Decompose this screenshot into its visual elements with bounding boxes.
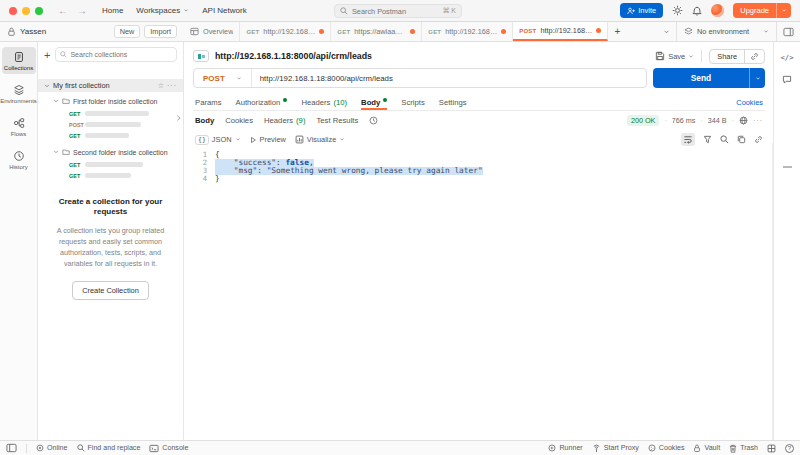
response-tab-body[interactable]: Body	[195, 116, 214, 125]
collection-row[interactable]: My first collection ☆ ···	[38, 79, 183, 92]
back-button[interactable]: ←	[58, 6, 68, 16]
tab-request-active[interactable]: POST http://192.168.1.18:800	[513, 22, 608, 41]
request-row[interactable]: POST	[38, 120, 183, 129]
tab-body[interactable]: Body	[361, 95, 387, 110]
user-avatar[interactable]	[711, 4, 724, 17]
two-pane-view-button[interactable]	[767, 444, 776, 453]
sidebar-item-history[interactable]: History	[2, 146, 36, 173]
tab-overflow-button[interactable]	[657, 22, 676, 41]
tab-request-2[interactable]: GET https://awlaadeczyassi	[331, 22, 422, 41]
forward-button[interactable]: →	[77, 6, 87, 16]
console-button[interactable]: Console	[149, 444, 188, 453]
minimize-window-button[interactable]	[22, 7, 30, 15]
tab-overview[interactable]: Overview	[184, 22, 240, 41]
folder-row[interactable]: First folder inside collection	[38, 95, 183, 107]
home-link[interactable]: Home	[102, 6, 123, 15]
more-options-icon[interactable]: ···	[753, 117, 763, 124]
sidebar-item-flows[interactable]: Flows	[2, 113, 36, 140]
tab-authorization[interactable]: Authorization	[236, 95, 288, 110]
online-status[interactable]: Online	[36, 444, 68, 452]
toggle-sidebar-button[interactable]	[6, 443, 17, 453]
tab-scripts[interactable]: Scripts	[401, 95, 425, 110]
request-row[interactable]: GET	[38, 171, 183, 180]
sidebar-item-collections[interactable]: Collections	[2, 47, 36, 74]
search-collections-input[interactable]	[70, 51, 172, 58]
cookies-link[interactable]: Cookies	[736, 98, 763, 107]
new-tab-button[interactable]: +	[608, 22, 626, 41]
new-button[interactable]: New	[114, 25, 141, 38]
close-window-button[interactable]	[9, 7, 17, 15]
tab-params[interactable]: Params	[195, 95, 222, 110]
request-row[interactable]: GET	[38, 131, 183, 140]
response-tab-cookies[interactable]: Cookies	[225, 116, 253, 125]
chevron-down-icon[interactable]	[53, 98, 59, 104]
workspaces-menu[interactable]: Workspaces	[136, 6, 189, 15]
copy-link-button[interactable]	[744, 50, 764, 63]
scroll-indicator[interactable]	[783, 166, 792, 168]
share-button[interactable]: Share	[710, 52, 744, 61]
gear-icon[interactable]	[672, 5, 683, 16]
comments-icon[interactable]	[782, 75, 792, 84]
tab-request-3[interactable]: GET http://192.168.1.14:8000	[422, 22, 513, 41]
visualize-button[interactable]: Visualize	[295, 135, 345, 144]
bell-icon[interactable]	[692, 5, 702, 16]
save-button[interactable]: Save	[655, 51, 694, 61]
find-and-replace-button[interactable]: Find and replace	[77, 444, 141, 452]
help-icon[interactable]: ?	[785, 444, 794, 453]
vault-button[interactable]: Vault	[693, 444, 720, 453]
upgrade-button[interactable]: Upgrade	[733, 3, 791, 18]
response-size[interactable]: 344 B	[708, 116, 727, 125]
response-time[interactable]: 766 ms	[672, 116, 696, 125]
response-tab-test-results[interactable]: Test Results	[316, 116, 358, 125]
upgrade-menu-button[interactable]	[776, 3, 791, 18]
send-button[interactable]: Send	[653, 68, 765, 88]
trash-button[interactable]: Trash	[729, 444, 758, 453]
invite-button[interactable]: Invite	[620, 3, 663, 18]
add-collection-button[interactable]: +	[44, 50, 50, 60]
star-icon[interactable]: ☆	[158, 82, 164, 90]
share-response-link-icon[interactable]	[754, 135, 763, 144]
runner-button[interactable]: Runner	[548, 444, 582, 452]
tab-headers[interactable]: Headers (10)	[301, 95, 347, 110]
sidebar-collapse-handle[interactable]	[175, 114, 182, 122]
wrap-text-toggle[interactable]	[681, 133, 695, 146]
tab-request-1[interactable]: GET http://192.168.1.18:8000	[240, 22, 331, 41]
code-snippet-icon[interactable]: </>	[780, 53, 793, 62]
more-actions-icon[interactable]: ···	[167, 82, 177, 89]
method-selector[interactable]: POST	[194, 74, 251, 83]
response-history-icon[interactable]	[369, 116, 378, 125]
start-proxy-button[interactable]: Start Proxy	[592, 444, 639, 453]
url-input[interactable]	[252, 74, 646, 83]
import-button[interactable]: Import	[144, 25, 177, 38]
collections-search[interactable]	[55, 47, 177, 62]
search-input[interactable]	[352, 7, 420, 16]
network-globe-icon[interactable]	[739, 116, 748, 125]
copy-icon[interactable]	[737, 135, 746, 144]
chevron-down-icon[interactable]	[688, 54, 694, 59]
search-in-body-icon[interactable]	[720, 135, 729, 144]
sidebar-item-environments[interactable]: Environments	[2, 80, 36, 107]
main-content: Collections Environments Flows History +	[0, 42, 800, 440]
response-tab-headers[interactable]: Headers (9)	[264, 116, 305, 125]
filter-icon[interactable]	[703, 135, 712, 144]
request-row[interactable]: GET	[38, 160, 183, 169]
api-network-link[interactable]: API Network	[202, 6, 246, 15]
send-menu-button[interactable]	[749, 68, 765, 88]
toggle-right-panel-button[interactable]	[776, 22, 800, 41]
zoom-window-button[interactable]	[35, 7, 43, 15]
global-search[interactable]: ⌘ K	[334, 4, 462, 18]
chevron-down-icon[interactable]	[53, 149, 59, 155]
chevron-down-icon[interactable]	[44, 83, 50, 89]
folder-row[interactable]: Second folder inside collection	[38, 146, 183, 158]
environment-selector[interactable]: No environment	[676, 22, 776, 41]
tab-settings[interactable]: Settings	[439, 95, 467, 110]
preview-button[interactable]: Preview	[250, 135, 286, 144]
status-badge[interactable]: 200 OK	[627, 115, 659, 126]
create-collection-button[interactable]: Create Collection	[72, 281, 149, 300]
chevron-right-icon	[175, 114, 182, 122]
request-row[interactable]: GET	[38, 109, 183, 118]
response-body-editor[interactable]: 1 { 2 "success": false, 3 "msg": "Someth…	[193, 151, 765, 183]
workspace-name[interactable]: Yassen	[20, 27, 46, 36]
format-selector[interactable]: {} JSON	[195, 135, 241, 145]
cookies-button[interactable]: Cookies	[648, 444, 685, 452]
